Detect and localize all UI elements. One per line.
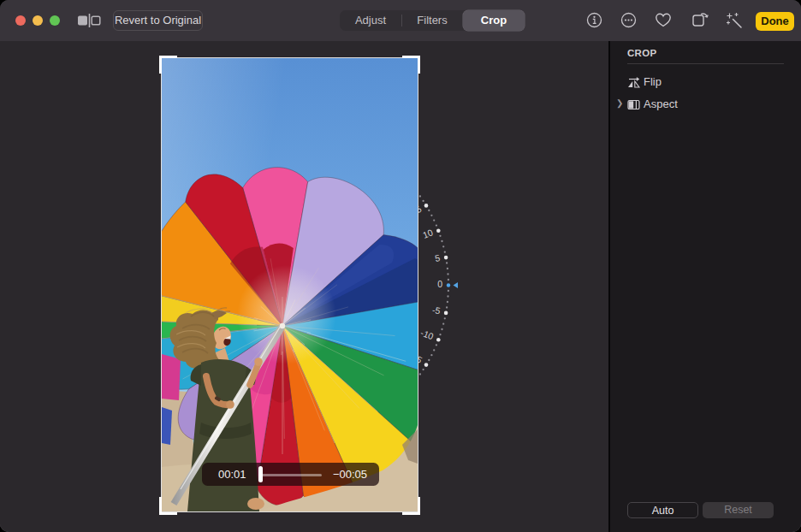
svg-text:5: 5 (434, 252, 441, 263)
svg-text:-15: -15 (418, 350, 424, 365)
svg-text:10: 10 (421, 227, 434, 239)
svg-text:0: 0 (437, 279, 442, 289)
svg-text:-10: -10 (419, 328, 436, 342)
svg-text:15: 15 (418, 204, 424, 217)
svg-text:-5: -5 (431, 304, 442, 316)
